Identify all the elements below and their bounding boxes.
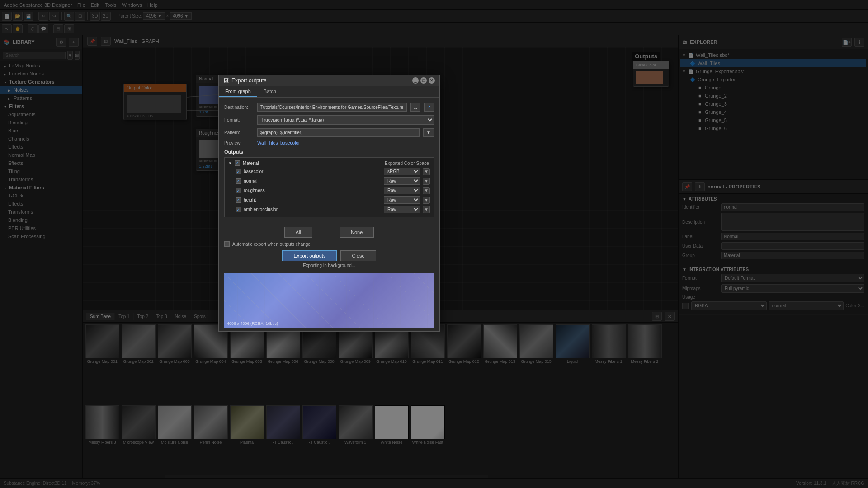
modal-close-btn[interactable]: ✕ bbox=[429, 77, 435, 84]
modal-tab-fromgraph[interactable]: From graph bbox=[219, 86, 257, 97]
basecolor-cb[interactable] bbox=[236, 169, 241, 174]
preview-label: Preview: bbox=[224, 141, 254, 145]
auto-export-row: Automatic export when outputs change bbox=[224, 241, 434, 247]
material-group-header: ▼ Material Exported Color Space bbox=[226, 160, 432, 167]
all-btn[interactable]: All bbox=[284, 227, 312, 238]
ao-cs[interactable]: Raw bbox=[384, 206, 420, 213]
normal-cs-btn[interactable]: ▼ bbox=[423, 178, 430, 185]
height-cs-btn[interactable]: ▼ bbox=[423, 197, 430, 204]
output-basecolor: basecolor sRGB ▼ bbox=[226, 167, 432, 176]
close-modal-btn[interactable]: Close bbox=[340, 250, 376, 261]
format-label: Format: bbox=[224, 117, 254, 122]
pattern-expand-btn[interactable]: ▼ bbox=[423, 128, 434, 137]
export-outputs-btn[interactable]: Export outputs bbox=[282, 250, 337, 261]
destination-input[interactable] bbox=[257, 103, 407, 112]
svg-rect-8 bbox=[224, 273, 434, 328]
outputs-header: Outputs bbox=[224, 149, 434, 155]
ao-cb[interactable] bbox=[236, 207, 241, 212]
modal-footer: All None Automatic export when outputs c… bbox=[219, 223, 439, 331]
pattern-row: Pattern: ▼ bbox=[224, 128, 434, 137]
preview-value: Wall_Tiles_basecolor bbox=[257, 141, 300, 145]
export-preview-area: 4096 x 4096 (RGBA, 16bpc) bbox=[224, 273, 434, 328]
material-label: Material bbox=[243, 161, 259, 166]
format-row: Format: Truevision Targa (*.tga, *.targa… bbox=[224, 115, 434, 125]
ao-cs-btn[interactable]: ▼ bbox=[423, 206, 430, 213]
modal-overlay[interactable]: 🖼 Export outputs _ □ ✕ From graph Batch … bbox=[0, 0, 868, 488]
modal-title-text: Export outputs bbox=[231, 77, 266, 84]
modal-title: 🖼 Export outputs bbox=[223, 77, 266, 84]
normal-cb[interactable] bbox=[236, 178, 241, 184]
export-preview-image bbox=[224, 273, 434, 328]
modal-body: Destination: ... ✓ Format: Truevision Ta… bbox=[219, 98, 439, 223]
exporting-msg: Exporting in background... bbox=[224, 261, 434, 270]
modal-tabs: From graph Batch bbox=[219, 86, 439, 98]
destination-browse-btn[interactable]: ... bbox=[410, 103, 420, 112]
none-btn[interactable]: None bbox=[340, 227, 374, 238]
export-preview-info: 4096 x 4096 (RGBA, 16bpc) bbox=[227, 321, 278, 326]
roughness-cb[interactable] bbox=[236, 188, 241, 193]
modal-controls: _ □ ✕ bbox=[412, 77, 435, 84]
material-group: ▼ Material Exported Color Space basecolo… bbox=[226, 160, 432, 214]
format-select[interactable]: Truevision Targa (*.tga, *.targa) bbox=[257, 115, 434, 125]
auto-export-cb[interactable] bbox=[224, 241, 230, 247]
destination-confirm-btn[interactable]: ✓ bbox=[424, 103, 434, 112]
destination-label: Destination: bbox=[224, 105, 254, 110]
modal-maximize-btn[interactable]: □ bbox=[420, 77, 427, 84]
modal-minimize-btn[interactable]: _ bbox=[412, 77, 419, 84]
destination-row: Destination: ... ✓ bbox=[224, 103, 434, 112]
roughness-cs-btn[interactable]: ▼ bbox=[423, 187, 430, 194]
output-height: height Raw ▼ bbox=[226, 195, 432, 205]
modal-tab-batch[interactable]: Batch bbox=[257, 86, 283, 97]
modal-titlebar: 🖼 Export outputs _ □ ✕ bbox=[219, 75, 439, 86]
normal-cs[interactable]: Raw bbox=[384, 177, 420, 185]
outputs-tree: ▼ Material Exported Color Space basecolo… bbox=[224, 157, 434, 217]
group-arrow: ▼ bbox=[228, 161, 232, 165]
auto-export-label: Automatic export when outputs change bbox=[232, 242, 311, 247]
basecolor-cs-btn[interactable]: ▼ bbox=[423, 168, 430, 175]
basecolor-cs[interactable]: sRGB bbox=[384, 168, 420, 175]
height-cs[interactable]: Raw bbox=[384, 196, 420, 204]
pattern-input[interactable] bbox=[257, 128, 420, 137]
roughness-cs[interactable]: Raw bbox=[384, 187, 420, 194]
pattern-label: Pattern: bbox=[224, 130, 254, 135]
modal-buttons: Export outputs Close bbox=[224, 250, 434, 261]
output-ambientocclusion: ambientocclusion Raw ▼ bbox=[226, 205, 432, 214]
output-normal: normal Raw ▼ bbox=[226, 176, 432, 186]
height-cb[interactable] bbox=[236, 197, 241, 203]
export-modal: 🖼 Export outputs _ □ ✕ From graph Batch … bbox=[218, 75, 440, 332]
modal-app-icon: 🖼 bbox=[223, 77, 229, 84]
preview-row: Preview: Wall_Tiles_basecolor bbox=[224, 141, 434, 145]
cs-header: Exported Color Space bbox=[385, 161, 430, 166]
output-roughness: roughness Raw ▼ bbox=[226, 186, 432, 195]
material-cb[interactable] bbox=[235, 160, 240, 166]
